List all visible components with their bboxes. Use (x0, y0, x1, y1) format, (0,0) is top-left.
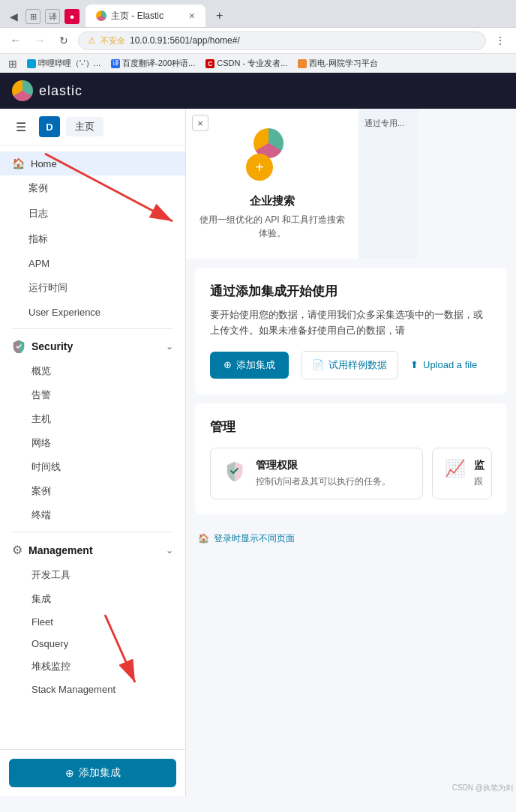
sidebar-home-label: Home (31, 158, 57, 169)
sidebar: ☰ D 主页 🏠 Home 案例 日志 (0, 109, 186, 796)
partial-right-card: 通过专用... (358, 109, 418, 259)
sidebar-item-logs[interactable]: 日志 (0, 201, 185, 226)
lock-icon: ⚠ (88, 35, 96, 46)
sidebar-item-uptime[interactable]: 运行时间 (0, 275, 185, 301)
sidebar-item-timeline[interactable]: 时间线 (0, 455, 185, 479)
mgmt-card-monitor-desc: 跟 (474, 475, 484, 488)
sidebar-item-home[interactable]: 🏠 Home (0, 151, 185, 175)
security-section-title: Security (32, 340, 160, 352)
sidebar-item-endpoints[interactable]: 终端 (0, 503, 185, 527)
home-icon: 🏠 (12, 157, 25, 169)
close-card-btn[interactable]: × (192, 115, 208, 131)
sidebar-item-overview[interactable]: 概览 (0, 359, 185, 383)
address-bar[interactable]: ⚠ 不安全 10.0.0.91:5601/app/home#/ (78, 31, 486, 50)
sidebar-divider-1 (12, 328, 173, 329)
sidebar-footer: ⊕ 添加集成 (0, 749, 185, 796)
sidebar-section-management[interactable]: ⚙ Management ⌄ (0, 537, 185, 563)
sample-data-icon: 📄 (312, 359, 324, 370)
sidebar-item-fleet[interactable]: Fleet (0, 611, 185, 633)
upload-icon: ⬆ (410, 359, 418, 370)
add-integration-plus-icon: ⊕ (65, 767, 74, 779)
home-breadcrumb[interactable]: 主页 (66, 117, 104, 136)
management-section-title: Management (28, 544, 160, 556)
user-avatar[interactable]: D (39, 116, 60, 137)
sidebar-item-metrics[interactable]: 指标 (0, 226, 185, 252)
sidebar-item-ux[interactable]: User Experience (0, 301, 185, 324)
partial-card-text: 通过专用... (364, 118, 412, 129)
tab-close-icon[interactable]: × (189, 10, 195, 22)
sidebar-item-osquery[interactable]: Osquery (0, 633, 185, 655)
sidebar-item-network[interactable]: 网络 (0, 431, 185, 455)
address-text: 10.0.0.91:5601/app/home#/ (130, 35, 240, 46)
enterprise-search-desc: 使用一组优化的 API 和工具打造搜索体验。 (198, 213, 346, 240)
apps-icon[interactable]: ⊞ (6, 57, 20, 70)
bookmark-baidu-translate[interactable]: 译 百度翻译-200种语... (108, 57, 198, 70)
new-tab-btn[interactable]: + (208, 6, 230, 27)
permissions-shield-icon (223, 459, 247, 483)
integration-title: 通过添加集成开始使用 (210, 283, 492, 300)
sidebar-section-security[interactable]: Security ⌄ (0, 334, 185, 359)
sidebar-item-devtools[interactable]: 开发工具 (0, 563, 185, 587)
app-body: ☰ D 主页 🏠 Home 案例 日志 (0, 109, 516, 796)
csdn-watermark-text: CSDN @执笔为剑 (452, 783, 513, 793)
mgmt-card-monitor-title: 监 (474, 459, 484, 472)
app-header: elastic (0, 73, 516, 109)
bookmark-bilibili[interactable]: 哔哩哔哩（'‐'）... (24, 57, 104, 70)
security-shield-icon (12, 340, 26, 353)
bookmark-xidian[interactable]: 西电-网院学习平台 (295, 57, 381, 70)
bookmark-csdn[interactable]: C CSDN - 专业发者... (202, 57, 290, 70)
sidebar-item-cases[interactable]: 案例 (0, 175, 185, 201)
mgmt-card-permissions[interactable]: 管理权限 控制访问者及其可以执行的任务。 (210, 448, 423, 499)
forward-btn[interactable]: → (30, 31, 50, 50)
main-content: × + 企业搜索 使用一组优化的 API 和工具打造搜索体验。 通过专用... (186, 109, 516, 796)
address-bar-row: ← → ↻ ⚠ 不安全 10.0.0.91:5601/app/home#/ ⋮ (0, 27, 516, 53)
management-section: 管理 管理权限 控制访问者及其可以执行的任 (195, 403, 507, 514)
enterprise-card-icon-area: + (198, 121, 346, 188)
mgmt-card-permissions-content: 管理权限 控制访问者及其可以执行的任务。 (256, 459, 391, 488)
footer-link-row[interactable]: 🏠 登录时显示不同页面 (186, 523, 516, 554)
add-integration-sidebar-btn[interactable]: ⊕ 添加集成 (9, 759, 176, 787)
mgmt-card-permissions-desc: 控制访问者及其可以执行的任务。 (256, 475, 391, 488)
footer-link-text: 登录时显示不同页面 (214, 532, 295, 545)
sidebar-item-alerts[interactable]: 告警 (0, 383, 185, 407)
security-label: 不安全 (100, 35, 125, 46)
elastic-logo-icon (12, 80, 33, 101)
add-integration-main-label: 添加集成 (236, 358, 275, 372)
enterprise-search-card[interactable]: × + 企业搜索 使用一组优化的 API 和工具打造搜索体验。 (186, 109, 358, 259)
home-footer-icon: 🏠 (198, 533, 209, 544)
bookmarks-bar: ⊞ 哔哩哔哩（'‐'）... 译 百度翻译-200种语... C CSDN - … (0, 53, 516, 73)
top-cards-strip: × + 企业搜索 使用一组优化的 API 和工具打造搜索体验。 通过专用... (186, 109, 516, 259)
csdn-watermark: CSDN @执笔为剑 (452, 783, 513, 793)
elastic-logo-text: elastic (39, 83, 82, 99)
mgmt-card-permissions-title: 管理权限 (256, 459, 391, 472)
sidebar-item-cases2[interactable]: 案例 (0, 479, 185, 503)
sidebar-item-stack-monitoring[interactable]: 堆栈监控 (0, 655, 185, 679)
management-cards-row: 管理权限 控制访问者及其可以执行的任务。 📈 监 跟 (210, 448, 492, 499)
tab-icon3[interactable]: ● (64, 9, 80, 24)
upload-label: Upload a file (423, 359, 477, 370)
mgmt-card-monitor-content: 监 跟 (474, 459, 484, 488)
tab-icon2[interactable]: 译 (45, 9, 60, 24)
tab-nav-icon1[interactable]: ⊞ (26, 9, 40, 24)
integration-desc: 要开始使用您的数据，请使用我们众多采集选项中的一数据，或上传文件。如果未准备好使… (210, 307, 492, 339)
elastic-logo[interactable]: elastic (12, 80, 82, 101)
management-gear-icon: ⚙ (12, 543, 22, 557)
back-btn[interactable]: ← (6, 31, 26, 50)
upload-file-btn[interactable]: ⬆ Upload a file (410, 352, 477, 377)
sidebar-item-apm[interactable]: APM (0, 252, 185, 275)
add-integration-main-btn[interactable]: ⊕ 添加集成 (210, 352, 289, 379)
sidebar-item-stack-management[interactable]: Stack Management (0, 679, 185, 700)
enterprise-search-title: 企业搜索 (198, 194, 346, 208)
refresh-btn[interactable]: ↻ (54, 31, 74, 50)
add-integration-main-icon: ⊕ (224, 359, 232, 370)
browser-chrome: ◀ ⊞ 译 ● 主页 - Elastic × + ← → ↻ ⚠ 不安全 10.… (0, 0, 516, 73)
hamburger-btn[interactable]: ☰ (9, 115, 33, 139)
sidebar-item-integrations[interactable]: 集成 (0, 587, 185, 611)
sidebar-item-hosts[interactable]: 主机 (0, 407, 185, 431)
tab-nav-back[interactable]: ◀ (6, 9, 21, 24)
sample-data-btn[interactable]: 📄 试用样例数据 (301, 351, 398, 379)
mgmt-card-monitor[interactable]: 📈 监 跟 (432, 448, 492, 499)
extensions-btn[interactable]: ⋮ (490, 31, 510, 50)
tab-bar: ◀ ⊞ 译 ● 主页 - Elastic × + (0, 0, 516, 27)
active-tab[interactable]: 主页 - Elastic × (86, 4, 206, 27)
